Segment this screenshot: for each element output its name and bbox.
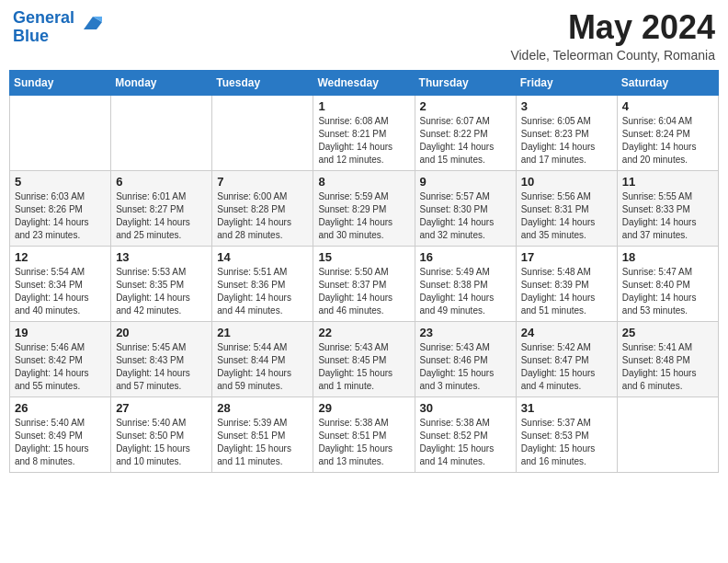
day-info: Sunrise: 5:59 AM Sunset: 8:29 PM Dayligh… [318,190,409,242]
calendar-cell: 17Sunrise: 5:48 AM Sunset: 8:39 PM Dayli… [516,246,617,321]
calendar-cell: 4Sunrise: 6:04 AM Sunset: 8:24 PM Daylig… [617,95,718,170]
day-number: 25 [622,326,713,339]
logo-icon [76,9,104,37]
calendar-cell: 22Sunrise: 5:43 AM Sunset: 8:45 PM Dayli… [313,321,415,396]
calendar-cell: 7Sunrise: 6:00 AM Sunset: 8:28 PM Daylig… [212,170,313,246]
day-info: Sunrise: 6:07 AM Sunset: 8:22 PM Dayligh… [420,115,511,167]
day-info: Sunrise: 5:49 AM Sunset: 8:38 PM Dayligh… [420,266,511,317]
day-number: 18 [622,250,713,264]
week-row-3: 12Sunrise: 5:54 AM Sunset: 8:34 PM Dayli… [10,246,719,321]
logo-text: GeneralBlue [13,9,74,46]
calendar-cell: 30Sunrise: 5:38 AM Sunset: 8:52 PM Dayli… [415,396,516,472]
calendar-cell: 16Sunrise: 5:49 AM Sunset: 8:38 PM Dayli… [415,246,516,321]
week-row-2: 5Sunrise: 6:03 AM Sunset: 8:26 PM Daylig… [10,170,719,246]
day-number: 23 [420,326,511,339]
day-info: Sunrise: 5:44 AM Sunset: 8:44 PM Dayligh… [217,341,308,393]
day-number: 4 [622,99,713,113]
calendar-cell: 29Sunrise: 5:38 AM Sunset: 8:51 PM Dayli… [313,396,415,472]
weekday-monday: Monday [111,70,212,95]
day-number: 1 [318,99,409,113]
day-info: Sunrise: 5:45 AM Sunset: 8:43 PM Dayligh… [116,341,207,393]
day-info: Sunrise: 6:04 AM Sunset: 8:24 PM Dayligh… [622,115,713,167]
day-number: 5 [15,175,106,189]
calendar-cell: 18Sunrise: 5:47 AM Sunset: 8:40 PM Dayli… [617,246,718,321]
day-number: 3 [521,99,612,113]
calendar-cell: 5Sunrise: 6:03 AM Sunset: 8:26 PM Daylig… [10,170,111,246]
day-number: 11 [622,175,713,189]
week-row-4: 19Sunrise: 5:46 AM Sunset: 8:42 PM Dayli… [10,321,719,396]
calendar-cell: 12Sunrise: 5:54 AM Sunset: 8:34 PM Dayli… [10,246,111,321]
day-number: 8 [318,175,409,189]
day-number: 17 [521,250,612,264]
day-info: Sunrise: 5:40 AM Sunset: 8:50 PM Dayligh… [116,417,207,468]
calendar-cell: 26Sunrise: 5:40 AM Sunset: 8:49 PM Dayli… [10,396,111,472]
day-info: Sunrise: 5:43 AM Sunset: 8:46 PM Dayligh… [420,341,511,393]
weekday-saturday: Saturday [617,70,718,95]
week-row-1: 1Sunrise: 6:08 AM Sunset: 8:21 PM Daylig… [10,95,719,170]
logo: GeneralBlue [13,9,104,46]
day-info: Sunrise: 5:38 AM Sunset: 8:52 PM Dayligh… [420,417,511,468]
day-info: Sunrise: 5:46 AM Sunset: 8:42 PM Dayligh… [15,341,106,393]
day-info: Sunrise: 5:38 AM Sunset: 8:51 PM Dayligh… [318,417,409,468]
calendar-cell: 3Sunrise: 6:05 AM Sunset: 8:23 PM Daylig… [516,95,617,170]
calendar-cell: 23Sunrise: 5:43 AM Sunset: 8:46 PM Dayli… [415,321,516,396]
calendar-cell: 31Sunrise: 5:37 AM Sunset: 8:53 PM Dayli… [516,396,617,472]
calendar-cell: 25Sunrise: 5:41 AM Sunset: 8:48 PM Dayli… [617,321,718,396]
weekday-tuesday: Tuesday [212,70,313,95]
day-number: 31 [521,401,612,415]
calendar-cell [212,95,313,170]
day-info: Sunrise: 5:51 AM Sunset: 8:36 PM Dayligh… [217,266,308,317]
day-number: 6 [116,175,207,189]
day-number: 29 [318,401,409,415]
calendar-cell: 24Sunrise: 5:42 AM Sunset: 8:47 PM Dayli… [516,321,617,396]
day-info: Sunrise: 5:39 AM Sunset: 8:51 PM Dayligh… [217,417,308,468]
day-info: Sunrise: 5:53 AM Sunset: 8:35 PM Dayligh… [116,266,207,317]
day-number: 13 [116,250,207,264]
day-info: Sunrise: 5:56 AM Sunset: 8:31 PM Dayligh… [521,190,612,242]
weekday-friday: Friday [516,70,617,95]
day-info: Sunrise: 5:42 AM Sunset: 8:47 PM Dayligh… [521,341,612,393]
day-number: 2 [420,99,511,113]
day-number: 30 [420,401,511,415]
weekday-sunday: Sunday [10,70,111,95]
day-info: Sunrise: 6:08 AM Sunset: 8:21 PM Dayligh… [318,115,409,167]
calendar-cell [617,396,718,472]
weekday-wednesday: Wednesday [313,70,415,95]
day-number: 14 [217,250,308,264]
day-number: 16 [420,250,511,264]
day-info: Sunrise: 5:55 AM Sunset: 8:33 PM Dayligh… [622,190,713,242]
day-number: 12 [15,250,106,264]
day-number: 24 [521,326,612,339]
calendar-cell: 13Sunrise: 5:53 AM Sunset: 8:35 PM Dayli… [111,246,212,321]
page-header: GeneralBlue May 2024 Videle, Teleorman C… [9,9,719,63]
calendar-cell: 19Sunrise: 5:46 AM Sunset: 8:42 PM Dayli… [10,321,111,396]
day-number: 10 [521,175,612,189]
day-info: Sunrise: 6:05 AM Sunset: 8:23 PM Dayligh… [521,115,612,167]
day-info: Sunrise: 5:54 AM Sunset: 8:34 PM Dayligh… [15,266,106,317]
month-title: May 2024 [510,9,715,46]
day-number: 27 [116,401,207,415]
weekday-thursday: Thursday [415,70,516,95]
calendar-cell: 21Sunrise: 5:44 AM Sunset: 8:44 PM Dayli… [212,321,313,396]
calendar-cell: 11Sunrise: 5:55 AM Sunset: 8:33 PM Dayli… [617,170,718,246]
calendar-cell: 9Sunrise: 5:57 AM Sunset: 8:30 PM Daylig… [415,170,516,246]
weekday-header-row: SundayMondayTuesdayWednesdayThursdayFrid… [10,70,719,95]
calendar-cell [111,95,212,170]
day-number: 21 [217,326,308,339]
calendar-cell: 20Sunrise: 5:45 AM Sunset: 8:43 PM Dayli… [111,321,212,396]
day-number: 15 [318,250,409,264]
calendar-cell: 28Sunrise: 5:39 AM Sunset: 8:51 PM Dayli… [212,396,313,472]
day-info: Sunrise: 5:57 AM Sunset: 8:30 PM Dayligh… [420,190,511,242]
calendar-cell: 14Sunrise: 5:51 AM Sunset: 8:36 PM Dayli… [212,246,313,321]
day-number: 9 [420,175,511,189]
day-info: Sunrise: 5:47 AM Sunset: 8:40 PM Dayligh… [622,266,713,317]
title-block: May 2024 Videle, Teleorman County, Roman… [510,9,715,63]
calendar-cell: 8Sunrise: 5:59 AM Sunset: 8:29 PM Daylig… [313,170,415,246]
day-number: 28 [217,401,308,415]
calendar-cell: 2Sunrise: 6:07 AM Sunset: 8:22 PM Daylig… [415,95,516,170]
day-info: Sunrise: 5:37 AM Sunset: 8:53 PM Dayligh… [521,417,612,468]
week-row-5: 26Sunrise: 5:40 AM Sunset: 8:49 PM Dayli… [10,396,719,472]
day-info: Sunrise: 6:00 AM Sunset: 8:28 PM Dayligh… [217,190,308,242]
day-number: 19 [15,326,106,339]
day-info: Sunrise: 5:48 AM Sunset: 8:39 PM Dayligh… [521,266,612,317]
